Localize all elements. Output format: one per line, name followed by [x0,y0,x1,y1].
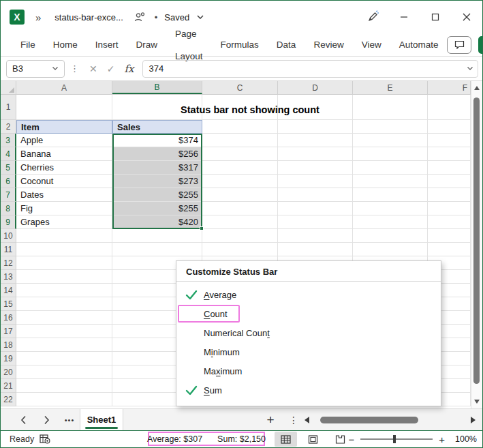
cell-D6[interactable] [278,175,353,188]
cell-E9[interactable] [353,215,428,229]
select-all-corner[interactable] [1,81,16,94]
cell-A5[interactable]: Cherries [16,161,112,175]
cell-A20[interactable] [16,365,112,379]
cell-A22[interactable] [16,393,112,406]
cell-F10[interactable] [428,229,471,243]
menu-item-minimum[interactable]: Minimum [176,342,441,361]
insert-function-icon[interactable]: fx [119,63,138,75]
cell-C9[interactable] [202,215,278,229]
status-bar[interactable]: Ready Average: $307 Sum: $2,150 − + 100% [1,430,482,447]
row-header-1[interactable]: 1 [1,95,16,120]
cell-C11[interactable] [202,243,278,256]
row-header-3[interactable]: 3 [1,134,16,147]
cell-D9[interactable] [278,215,353,229]
menu-item-average[interactable]: Average [176,285,441,304]
cell-A14[interactable] [16,284,112,297]
cell-E7[interactable] [353,188,428,202]
cell-C7[interactable] [202,188,278,202]
row-header-7[interactable]: 7 [1,188,16,202]
row-header-17[interactable]: 17 [1,325,16,338]
cell-C6[interactable] [202,175,278,188]
row-header-19[interactable]: 19 [1,352,16,365]
cell-B4[interactable]: $256 [112,147,202,161]
cell-C10[interactable] [202,229,278,243]
cell-E5[interactable] [353,161,428,175]
row-header-18[interactable]: 18 [1,338,16,352]
cell-C1[interactable] [202,95,278,120]
row-header-20[interactable]: 20 [1,365,16,379]
row-header-12[interactable]: 12 [1,256,16,270]
row-header-15[interactable]: 15 [1,297,16,311]
cell-D10[interactable] [278,229,353,243]
row-header-5[interactable]: 5 [1,161,16,175]
tab-data[interactable]: Data [268,33,305,56]
horizontal-scrollbar[interactable] [305,409,476,430]
cell-B8[interactable]: $255 [112,202,202,215]
cell-D4[interactable] [278,147,353,161]
scroll-left-icon[interactable] [305,417,309,423]
row-header-11[interactable]: 11 [1,243,16,256]
row-header-14[interactable]: 14 [1,284,16,297]
scroll-up-icon[interactable] [471,83,482,93]
cell-F1[interactable] [428,95,471,120]
cell-B1[interactable] [112,95,202,120]
formula-input[interactable] [143,63,463,74]
cell-E11[interactable] [353,243,428,256]
cell-B3[interactable]: $374 [112,134,202,147]
sheet-tab-sheet1[interactable]: Sheet1 [80,409,123,430]
menu-item-numerical-count[interactable]: Numerical Count [176,323,441,342]
row-header-13[interactable]: 13 [1,270,16,284]
cell-E8[interactable] [353,202,428,215]
all-sheets-icon[interactable]: ••• [61,409,78,430]
cell-F3[interactable] [428,134,471,147]
cell-A21[interactable] [16,379,112,393]
cell-A2[interactable]: Item [16,120,112,134]
cell-A3[interactable]: Apple [16,134,112,147]
cell-A13[interactable] [16,270,112,284]
people-presence-icon[interactable] [134,12,145,22]
share-button[interactable] [478,36,483,54]
horizontal-scroll-track[interactable] [313,409,467,430]
cell-A1[interactable] [16,95,112,120]
cell-B5[interactable]: $317 [112,161,202,175]
cell-A9[interactable]: Grapes [16,215,112,229]
cell-B6[interactable]: $273 [112,175,202,188]
save-status-chevron-icon[interactable] [196,14,204,20]
cell-A15[interactable] [16,297,112,311]
cell-B2[interactable]: Sales [112,120,202,134]
cell-A12[interactable] [16,256,112,270]
row-header-6[interactable]: 6 [1,175,16,188]
normal-view-button[interactable] [275,432,297,447]
zoom-slider-thumb[interactable] [393,435,396,443]
quick-access-overflow-icon[interactable]: » [35,12,41,23]
tab-home[interactable]: Home [44,33,87,56]
row-header-4[interactable]: 4 [1,147,16,161]
name-box[interactable]: B3 [6,60,65,78]
cell-D8[interactable] [278,202,353,215]
cell-E4[interactable] [353,147,428,161]
sheet-options-kebab-icon[interactable]: ⋮ [285,409,302,430]
menu-item-sum[interactable]: Sum [176,380,441,400]
cell-C3[interactable] [202,134,278,147]
close-button[interactable] [451,1,482,33]
row-header-10[interactable]: 10 [1,229,16,243]
cell-A11[interactable] [16,243,112,256]
cell-F11[interactable] [428,243,471,256]
cell-B7[interactable]: $255 [112,188,202,202]
cell-F7[interactable] [428,188,471,202]
row-header-16[interactable]: 16 [1,311,16,325]
expand-formula-bar-icon[interactable] [463,66,478,71]
zoom-out-button[interactable]: − [348,434,354,445]
zoom-slider-track[interactable] [360,438,433,440]
cell-D3[interactable] [278,134,353,147]
cell-B9[interactable]: $420 [112,215,202,229]
cell-A6[interactable]: Coconut [16,175,112,188]
scroll-right-icon[interactable] [471,417,476,423]
scroll-down-icon[interactable] [471,396,482,407]
column-header-f[interactable]: F [428,81,471,94]
column-header-a[interactable]: A [16,81,112,94]
row-header-22[interactable]: 22 [1,393,16,406]
cell-F8[interactable] [428,202,471,215]
cell-E6[interactable] [353,175,428,188]
tab-draw[interactable]: Draw [127,33,167,56]
